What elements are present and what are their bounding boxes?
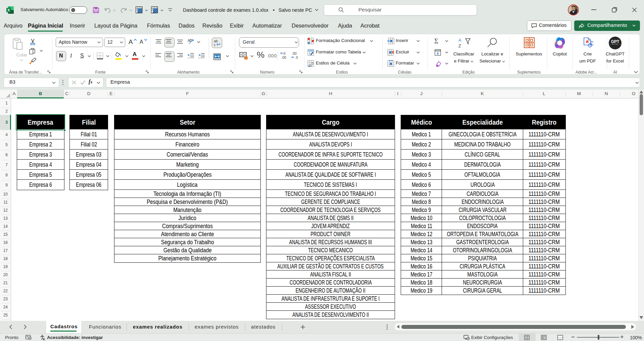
- svg-text:Z: Z: [458, 43, 461, 48]
- svg-text:ab: ab: [188, 38, 192, 43]
- svg-text:c: c: [214, 43, 216, 47]
- svg-text:0: 0: [284, 52, 286, 55]
- svg-text:X: X: [7, 8, 10, 12]
- svg-text:.0: .0: [295, 56, 298, 59]
- svg-text:.00: .00: [292, 52, 297, 55]
- svg-text:A: A: [458, 38, 461, 43]
- svg-text:.00: .00: [281, 56, 286, 59]
